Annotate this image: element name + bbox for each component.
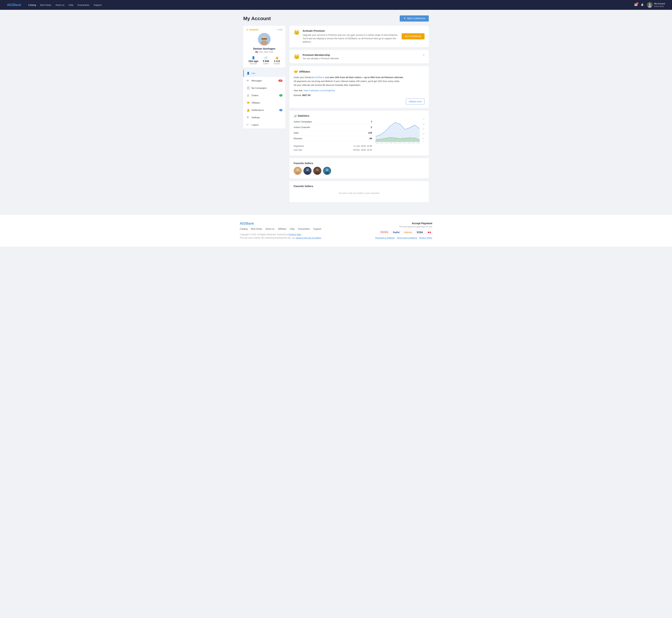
footer: ADZBank Catalog· Best Deals· About us· A… [0,215,672,247]
orders-value: 5 849 [263,60,269,63]
cookies-link[interactable]: agree to the use of cookies [296,237,321,239]
footer-nav-support[interactable]: Support [313,227,321,230]
orders-label: orders [263,63,269,65]
nav-best-deals[interactable]: Best Deals [40,4,51,6]
seller-avatar-1[interactable] [294,167,302,175]
sidebar-item-notifications[interactable]: 🔔 Notifications 7 [243,106,285,114]
user-menu[interactable]: My Account David Build [647,2,665,8]
messages-icon: ✉ [247,79,250,82]
footer-nav-affiliates[interactable]: Affiliates [278,227,286,230]
sidebar-item-orders[interactable]: 🛒 Orders 6 [243,92,285,99]
svg-point-30 [296,172,300,175]
new-campaign-label: NEW COMPAIGN [407,17,425,20]
svg-rect-6 [261,38,267,39]
terms-conditions-link[interactable]: Terms and Conditions [397,237,417,239]
footer-nav-best-deals[interactable]: Best Deals [251,227,262,230]
activate-premium-desc1: Upgrade your account to Premium and you … [302,33,399,37]
nav-support[interactable]: Support [94,4,102,6]
aff-desc-pre: Invite your friends to [294,76,315,79]
stat-active-campaigns: Active Campaigns 7 [294,119,372,124]
edit-link[interactable]: ✏ Edit [277,28,282,31]
copyright-text: Copyright © 2019. All Rights Reserved. P… [240,233,288,236]
activate-premium-card: 👑 Activate Premium Upgrade your account … [289,26,429,47]
footer-nav-help[interactable]: Help [290,227,294,230]
active-channels-value: 2 [371,126,372,128]
visa-icon: VISA [415,230,425,234]
orders-badge: 6 [279,94,282,97]
footer-copyright: Copyright © 2019. All Rights Reserved. P… [240,233,368,240]
stats-left: Active Campaigns 7 Active Channels 2 Sel… [294,119,372,152]
svg-point-35 [316,169,319,171]
sidebar-item-info[interactable]: 👤 Info [243,70,285,77]
notifications-badge: 7 [279,109,282,111]
aff-desc3: All your referrals will receive $5 disco… [294,83,424,87]
stats-last-visit-label: Last visit [294,149,302,151]
logo[interactable]: ADZBank [7,3,21,7]
membership-text: Premium Membership You are already a Pre… [302,54,339,60]
svg-text:09 Дек: 09 Дек [416,142,420,143]
profile-card: ⭐ PREMIUM ✏ Edit Demian Voorhagen 🇺🇸 [243,26,285,68]
stat-reviews: 👍 3 113 reviews [274,56,280,65]
premium-badge: ⭐ PREMIUM [246,28,258,31]
nav-catalog[interactable]: Catalog [28,4,36,6]
last-visit-row: Last visit 29 Dec, 2019, 15:33 [294,148,372,152]
seller-avatar-4[interactable] [323,167,331,175]
affiliate-link[interactable]: https://adzbank.com/w/XgbSkq [304,89,335,92]
sidebar-item-settings[interactable]: ⚙ Settings [243,114,285,121]
profile-stats: 👤 15m ago last visit 🛒 5 849 orders 👍 3 … [246,56,282,65]
svg-text:200: 200 [422,123,424,125]
sidebar-item-campaigns[interactable]: 📋 My Campaigns [243,84,285,92]
footer-logo-accent: Bank [246,222,254,225]
svg-point-32 [306,169,309,171]
activate-premium-text: Activate Premium Upgrade your account to… [302,29,399,43]
close-membership-button[interactable]: × [423,54,424,57]
statistics-chart: 250 200 150 100 50 0 [376,119,424,143]
user-avatar [647,2,653,8]
seller-avatar-2[interactable] [303,167,311,175]
reviews-icon: 👍 [274,56,280,60]
campaign-icon: 📢 [403,17,406,20]
affiliate-tools-button[interactable]: Affiliate tools [406,99,424,104]
bell-icon[interactable] [641,3,644,7]
svg-point-33 [305,172,309,175]
stats-icon: 📊 [294,114,297,117]
svg-text:04 Дек: 04 Дек [394,142,397,143]
active-channels-label: Active Channels [294,126,310,128]
footer-right: Accept Payment The best payment gateways… [375,222,432,240]
adzbank-link[interactable]: ADZBank [315,76,324,79]
payments-delivery-link[interactable]: Payments & Delivery [375,237,395,239]
payop-icon: PAYOPio [379,230,390,234]
buy-premium-button[interactable]: BUY PREMIUM [402,33,425,39]
paypal-icon: PayPal [392,230,401,234]
nav-about-us[interactable]: About us [55,4,64,6]
favorite-sellers-card: Favorite Sellers [289,158,429,178]
footer-logo-text: ADZ [240,222,246,225]
seller-avatar-3[interactable] [313,167,321,175]
page-title: My Account [243,16,271,21]
messages-badge: 25 [278,80,282,82]
sidebar-item-messages[interactable]: ✉ Messages 25 [243,77,285,84]
stats-reviews-value: 89 [370,137,372,140]
stat-orders: 🛒 5 849 orders [263,56,269,65]
flag-icon: 🇺🇸 [255,51,258,53]
new-campaign-button[interactable]: 📢 NEW COMPAIGN [400,15,429,21]
perfecto-web-link[interactable]: Perfecto Web [288,233,301,236]
sidebar-item-logout[interactable]: ↩ Logout [243,121,285,128]
nav-help[interactable]: Help [69,4,73,6]
stats-row: Active Campaigns 7 Active Channels 2 Sel… [294,119,424,152]
footer-nav-guarantees[interactable]: Guarantees [298,227,310,230]
nav-guarantees[interactable]: Guarantees [78,4,90,6]
affiliates-body: Invite your friends to ADZBank and earn … [294,76,424,87]
email-icon[interactable]: 1 [634,3,638,7]
svg-text:05 Дек: 05 Дек [398,142,402,143]
privacy-policy-link[interactable]: Privacy Policy [419,237,432,239]
sidebar-item-affiliates[interactable]: 🤝 Affiliates [243,99,285,106]
info-icon: 👤 [247,72,250,75]
svg-text:01 Дек: 01 Дек [380,142,383,143]
footer-nav-catalog[interactable]: Catalog [240,227,248,230]
sells-value: 378 [368,131,372,134]
svg-text:03 Дек: 03 Дек [389,142,393,143]
footer-nav-about-us[interactable]: About us [265,227,274,230]
svg-text:02 Дек: 02 Дек [385,142,388,143]
svg-point-36 [315,172,319,175]
